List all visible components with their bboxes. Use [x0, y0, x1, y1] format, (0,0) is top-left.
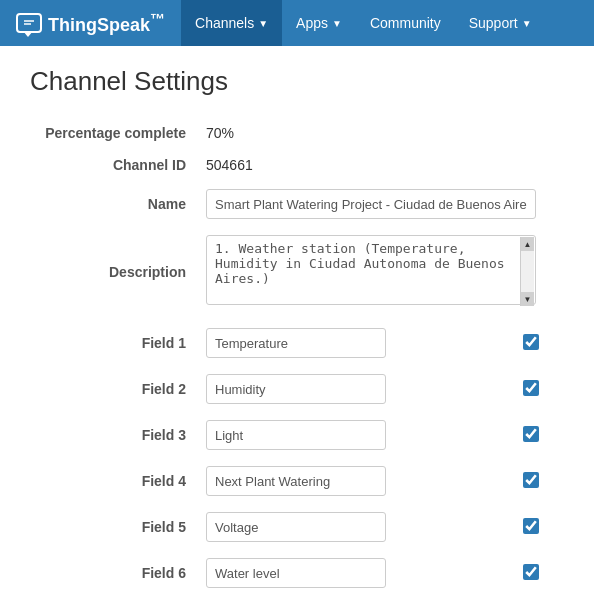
percentage-label: Percentage complete: [30, 117, 200, 149]
field-input-3[interactable]: [206, 420, 386, 450]
page-title: Channel Settings: [30, 66, 564, 97]
field-label-5: Field 5: [30, 504, 200, 550]
field-row-5: Field 5: [30, 504, 564, 550]
scrollbar-up[interactable]: ▲: [521, 237, 534, 251]
nav-support-caret: ▼: [522, 18, 532, 29]
field-label-4: Field 4: [30, 458, 200, 504]
nav-channels[interactable]: Channels ▼: [181, 0, 282, 46]
brand-icon: [16, 13, 42, 33]
field-checkbox-cell-5: [515, 504, 564, 550]
field-checkbox-cell-2: [515, 366, 564, 412]
field-input-cell-4: [200, 458, 515, 504]
navbar: ThingSpeak™ Channels ▼ Apps ▼ Community …: [0, 0, 594, 46]
description-row: Description 1. Weather station (Temperat…: [30, 227, 564, 316]
brand-logo[interactable]: ThingSpeak™: [0, 0, 181, 46]
settings-form: Percentage complete 70% Channel ID 50466…: [30, 117, 564, 316]
name-input[interactable]: [206, 189, 536, 219]
field-input-6[interactable]: [206, 558, 386, 588]
scrollbar-track: [521, 251, 534, 292]
field-row-2: Field 2: [30, 366, 564, 412]
field-label-3: Field 3: [30, 412, 200, 458]
field-input-cell-1: [200, 320, 515, 366]
field-row-4: Field 4: [30, 458, 564, 504]
field-input-cell-2: [200, 366, 515, 412]
scrollbar-down[interactable]: ▼: [521, 292, 534, 306]
field-checkbox-cell-1: [515, 320, 564, 366]
nav-apps-label: Apps: [296, 15, 328, 31]
description-label: Description: [30, 227, 200, 316]
channel-id-label: Channel ID: [30, 149, 200, 181]
nav-community[interactable]: Community: [356, 0, 455, 46]
field-checkbox-1[interactable]: [523, 334, 539, 350]
channel-id-value: 504661: [200, 149, 564, 181]
field-checkbox-2[interactable]: [523, 380, 539, 396]
field-row-1: Field 1: [30, 320, 564, 366]
field-input-1[interactable]: [206, 328, 386, 358]
field-checkbox-6[interactable]: [523, 564, 539, 580]
field-checkbox-4[interactable]: [523, 472, 539, 488]
field-checkbox-cell-3: [515, 412, 564, 458]
field-input-5[interactable]: [206, 512, 386, 542]
field-label-1: Field 1: [30, 320, 200, 366]
field-checkbox-cell-4: [515, 458, 564, 504]
nav-support[interactable]: Support ▼: [455, 0, 546, 46]
nav-support-label: Support: [469, 15, 518, 31]
brand-name: ThingSpeak™: [48, 10, 165, 36]
field-checkbox-5[interactable]: [523, 518, 539, 534]
name-row: Name: [30, 181, 564, 227]
nav-community-label: Community: [370, 15, 441, 31]
field-label-6: Field 6: [30, 550, 200, 593]
channel-id-row: Channel ID 504661: [30, 149, 564, 181]
brand-tm: ™: [150, 10, 165, 27]
nav-channels-caret: ▼: [258, 18, 268, 29]
field-row-3: Field 3: [30, 412, 564, 458]
description-cell: 1. Weather station (Temperature, Humidit…: [200, 227, 564, 316]
percentage-value: 70%: [200, 117, 564, 149]
field-checkbox-cell-6: [515, 550, 564, 593]
nav-channels-label: Channels: [195, 15, 254, 31]
fields-table: Field 1 Field 2 Field 3 Field: [30, 320, 564, 593]
field-input-2[interactable]: [206, 374, 386, 404]
main-content: Channel Settings Percentage complete 70%…: [0, 46, 594, 593]
description-input[interactable]: 1. Weather station (Temperature, Humidit…: [206, 235, 536, 305]
field-label-2: Field 2: [30, 366, 200, 412]
field-input-cell-6: [200, 550, 515, 593]
field-input-4[interactable]: [206, 466, 386, 496]
nav-apps-caret: ▼: [332, 18, 342, 29]
scrollbar: ▲ ▼: [520, 237, 534, 306]
name-label: Name: [30, 181, 200, 227]
textarea-wrapper: 1. Weather station (Temperature, Humidit…: [206, 235, 536, 308]
field-checkbox-3[interactable]: [523, 426, 539, 442]
field-input-cell-5: [200, 504, 515, 550]
field-row-6: Field 6: [30, 550, 564, 593]
name-cell: [200, 181, 564, 227]
percentage-row: Percentage complete 70%: [30, 117, 564, 149]
nav-apps[interactable]: Apps ▼: [282, 0, 356, 46]
chat-icon: [22, 18, 36, 28]
field-input-cell-3: [200, 412, 515, 458]
